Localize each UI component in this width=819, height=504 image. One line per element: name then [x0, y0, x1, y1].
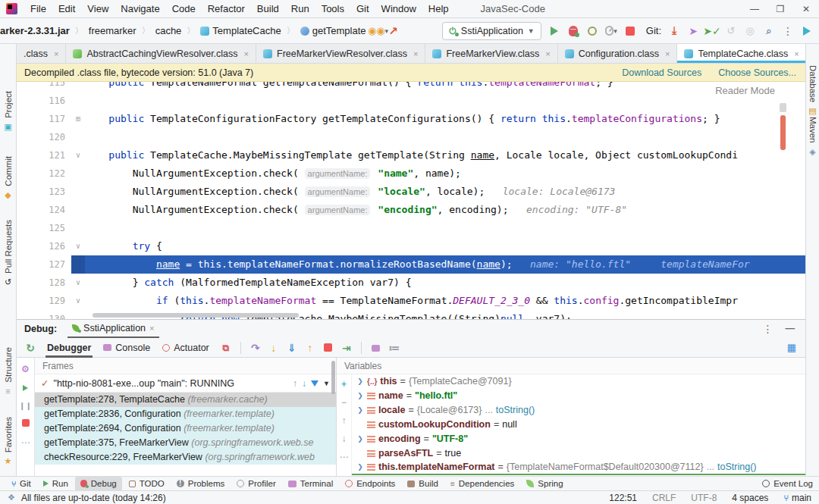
- status-message[interactable]: All files are up-to-date (today 14:26): [21, 493, 166, 503]
- tool-window-button-build[interactable]: Build: [402, 477, 444, 491]
- tool-window-button-problems[interactable]: !Problems: [171, 477, 231, 491]
- frame-row[interactable]: getTemplate:278, TemplateCache (freemark…: [35, 393, 336, 407]
- minimize-button[interactable]: —: [742, 0, 767, 18]
- tool-strip-item-structure[interactable]: Structure≡: [0, 347, 16, 396]
- tool-window-button-dependencies[interactable]: ≡Dependencies: [445, 477, 519, 491]
- record-icon[interactable]: ◎: [744, 25, 756, 37]
- code-line[interactable]: 116: [17, 92, 805, 110]
- fold-marker[interactable]: [71, 183, 85, 201]
- banner-link[interactable]: Choose Sources...: [718, 67, 796, 78]
- horizontal-scrollbar[interactable]: [93, 313, 299, 318]
- frame-row[interactable]: getTemplate:375, FreeMarkerView (org.spr…: [35, 436, 336, 450]
- debug-session-tab[interactable]: SstiApplication ×: [67, 320, 158, 338]
- close-button[interactable]: ✕: [793, 0, 819, 18]
- run-to-cursor-button[interactable]: ⇥: [339, 342, 354, 354]
- stop-button[interactable]: [624, 25, 636, 37]
- more-icon[interactable]: ⋯: [21, 437, 30, 448]
- event-log-button[interactable]: Event Log: [774, 479, 813, 488]
- tool-strip-item-maven[interactable]: Maven◈: [806, 117, 819, 157]
- banner-link[interactable]: Download Sources: [622, 67, 701, 78]
- tool-window-button-spring[interactable]: Spring: [521, 477, 568, 491]
- variable-row[interactable]: ❯name="hello.ftl": [352, 389, 805, 403]
- git-update-button[interactable]: ⤓: [668, 25, 680, 37]
- debug-button[interactable]: [567, 25, 579, 37]
- debugger-tab-debugger[interactable]: Debugger: [41, 338, 97, 358]
- code-line[interactable]: 123 NullArgumentException.check( argumen…: [17, 183, 805, 201]
- code-line[interactable]: 126∨ try {: [17, 237, 805, 255]
- tostring-link[interactable]: toString(): [717, 461, 756, 474]
- breadcrumb-item[interactable]: arker-2.3.31.jar: [0, 25, 70, 36]
- debug-options-icon[interactable]: ⋮: [763, 323, 774, 335]
- fold-marker[interactable]: ⊞: [71, 110, 85, 128]
- close-icon[interactable]: ×: [149, 324, 154, 333]
- expand-chevron-icon[interactable]: ❯: [356, 374, 364, 389]
- tool-strip-item-commit[interactable]: Commit◆: [0, 156, 16, 200]
- close-icon[interactable]: ×: [545, 49, 550, 58]
- show-execution-point-button[interactable]: ⧉: [218, 343, 234, 353]
- breadcrumb-item[interactable]: getTemplate: [300, 25, 366, 36]
- tool-window-button-endpoints[interactable]: Endpoints: [340, 477, 400, 491]
- git-branch-widget[interactable]: ⑂ main: [783, 493, 811, 503]
- search-everywhere-button[interactable]: ⌕: [763, 25, 775, 37]
- debugger-tab-console[interactable]: Console: [97, 338, 156, 358]
- debugger-tab-actuator[interactable]: Actuator: [156, 338, 215, 358]
- execution-line[interactable]: 127 name = this.templateNameFormat.norma…: [17, 255, 805, 274]
- step-out-button[interactable]: ↑: [303, 342, 318, 354]
- expand-chevron-icon[interactable]: ❯: [356, 389, 364, 403]
- up-arrow-icon[interactable]: ↑: [293, 378, 297, 389]
- editor-scrollbar[interactable]: [780, 103, 786, 112]
- fold-marker[interactable]: [71, 164, 85, 183]
- code-line[interactable]: 117⊞ public TemplateConfigurationFactory…: [17, 110, 805, 128]
- fold-marker[interactable]: ∨: [71, 146, 85, 164]
- code-with-me-users-icon[interactable]: ◉◉▾: [372, 25, 384, 37]
- code-line[interactable]: 115 public TemplateNameFormat getTemplat…: [17, 82, 805, 92]
- more-icon[interactable]: ⋯: [340, 452, 349, 462]
- variable-row[interactable]: ❯locale={Locale@6173}...toString(): [352, 403, 805, 418]
- step-into-button[interactable]: ↓: [266, 342, 281, 354]
- fold-marker[interactable]: [71, 201, 85, 219]
- fold-marker[interactable]: [71, 219, 85, 237]
- coverage-button[interactable]: [586, 25, 598, 37]
- step-over-button[interactable]: ↷: [248, 342, 263, 354]
- stop-debug-button[interactable]: [22, 418, 30, 429]
- line-separator[interactable]: CRLF: [652, 493, 676, 503]
- git-push-button[interactable]: ➤: [687, 25, 699, 37]
- maximize-button[interactable]: ❐: [767, 0, 793, 18]
- tool-strip-item-project[interactable]: Project▣: [0, 91, 16, 132]
- variable-row[interactable]: ❯{..}this={TemplateCache@7091}: [352, 374, 805, 389]
- close-icon[interactable]: ×: [794, 49, 799, 58]
- error-stripe-mark[interactable]: [780, 115, 786, 150]
- expand-chevron-icon[interactable]: ❯: [356, 461, 364, 474]
- fold-marker[interactable]: [71, 255, 85, 274]
- variable-row[interactable]: ❯encoding="UTF-8": [352, 432, 805, 446]
- restore-layout-icon[interactable]: ▦: [787, 342, 805, 353]
- menu-item-file[interactable]: File: [24, 0, 52, 18]
- expand-chevron-icon[interactable]: ❯: [356, 432, 364, 446]
- code-editor[interactable]: 115 public TemplateNameFormat getTemplat…: [17, 82, 805, 319]
- filter-icon[interactable]: [311, 380, 318, 387]
- file-encoding[interactable]: UTF-8: [691, 493, 717, 503]
- code-line[interactable]: 128∨ } catch (MalformedTemplateNameExcep…: [17, 274, 805, 292]
- menu-item-window[interactable]: Window: [375, 0, 422, 18]
- fold-marker[interactable]: ∨: [71, 292, 85, 310]
- more-options-icon[interactable]: ⋮: [782, 25, 794, 37]
- thread-selector[interactable]: ✓ "http-nio-8081-exe...oup "main": RUNNI…: [35, 374, 336, 393]
- editor-tab[interactable]: .class×: [17, 44, 66, 63]
- close-icon[interactable]: ×: [244, 49, 249, 58]
- fold-marker[interactable]: [71, 128, 85, 146]
- code-line[interactable]: 129∨ if (this.templateNameFormat == Temp…: [17, 292, 805, 310]
- editor-tab[interactable]: AbstractCachingViewResolver.class×: [66, 44, 256, 63]
- fold-marker[interactable]: ∨: [71, 237, 85, 255]
- indent-setting[interactable]: 4 spaces: [732, 493, 768, 503]
- menu-item-view[interactable]: View: [81, 0, 115, 18]
- tool-window-button-terminal[interactable]: Terminal: [283, 477, 338, 491]
- run-configuration-select[interactable]: ⏻ SstiApplication ▼: [442, 22, 541, 40]
- menu-item-edit[interactable]: Edit: [52, 0, 81, 18]
- frame-row[interactable]: getTemplate:2694, Configuration (freemar…: [35, 421, 336, 436]
- code-line[interactable]: 120: [17, 128, 805, 146]
- remove-watch-button[interactable]: −: [341, 397, 347, 408]
- code-line[interactable]: 125: [17, 219, 805, 237]
- tool-strip-item-favorites[interactable]: Favorites★: [0, 417, 16, 466]
- run-button[interactable]: [548, 25, 560, 37]
- tool-window-button-profiler[interactable]: Profiler: [231, 477, 281, 491]
